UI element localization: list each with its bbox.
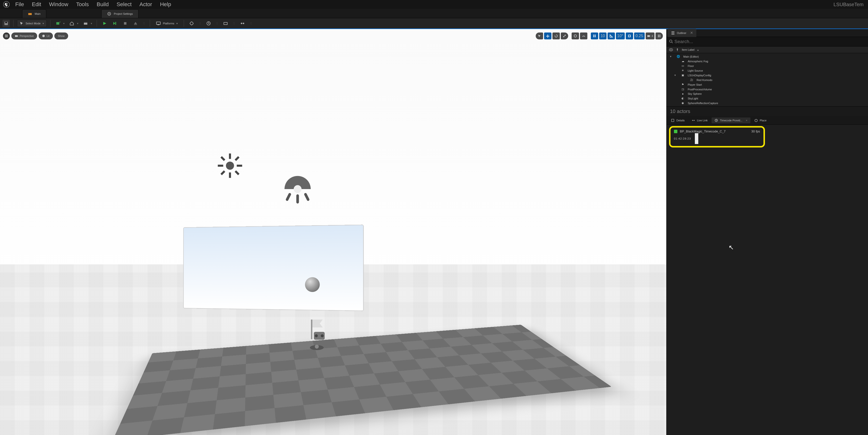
svg-line-28 [221, 171, 224, 175]
trace-button[interactable] [187, 20, 196, 27]
svg-point-47 [574, 35, 577, 37]
svg-rect-51 [595, 36, 596, 37]
search-icon [669, 39, 674, 44]
coord-space-button[interactable] [571, 32, 579, 39]
svg-rect-49 [595, 35, 596, 36]
player-start-gizmo[interactable] [307, 317, 332, 352]
viewport-perspective-button[interactable]: Perspective [11, 32, 37, 39]
viewport-options-button[interactable] [3, 32, 10, 39]
viewport-maximize-button[interactable] [655, 32, 663, 39]
tree-row[interactable]: ◉SphereReflectionCapture [666, 101, 868, 105]
eject-button[interactable] [131, 20, 140, 27]
scale-snap-value[interactable]: 0.25 [634, 32, 645, 39]
tab-label: Main [35, 12, 40, 15]
outliner-search-input[interactable] [674, 38, 866, 45]
workspace: Perspective Lit Show 10 10° 0.25 4 [0, 29, 868, 435]
skylight-gizmo[interactable] [278, 169, 317, 209]
platforms-button[interactable]: Platforms ▾ [153, 20, 180, 27]
menu-help[interactable]: Help [156, 0, 175, 9]
cinematics-button[interactable] [82, 20, 90, 27]
menu-build[interactable]: Build [93, 0, 112, 9]
menu-window[interactable]: Window [45, 0, 71, 9]
tab-details[interactable]: Details [668, 117, 688, 123]
menu-actor[interactable]: Actor [136, 0, 155, 9]
tree-row[interactable]: ◐SkyLight [666, 96, 868, 101]
svg-point-38 [315, 345, 319, 349]
tree-row[interactable]: ☁Atmospheric Fog [666, 59, 868, 63]
options-icon[interactable]: ⋮ [232, 22, 236, 25]
play-button[interactable] [100, 20, 109, 27]
angle-snap-toggle[interactable] [608, 32, 615, 39]
livelink-tool-button[interactable] [238, 20, 247, 27]
scale-snap-toggle[interactable] [626, 32, 633, 39]
surface-snap-button[interactable] [580, 32, 587, 39]
outliner-column-header[interactable]: Item Label ▴ [666, 47, 868, 53]
tree-row[interactable]: ⚑Player Start [666, 82, 868, 87]
transform-select-button[interactable] [536, 32, 543, 39]
tree-row[interactable]: ●Sky Sphere [666, 92, 868, 96]
svg-line-62 [672, 42, 673, 43]
transform-rotate-button[interactable] [552, 32, 560, 39]
tree-row[interactable]: 🎥Red Komodo [666, 78, 868, 82]
viewport-lit-button[interactable]: Lit [39, 32, 53, 39]
reflection-sphere[interactable] [305, 277, 320, 292]
transform-scale-button[interactable] [561, 32, 568, 39]
add-content-button[interactable]: + [54, 20, 62, 27]
light-source-gizmo[interactable] [216, 152, 244, 179]
reflect-icon: ◉ [680, 102, 685, 105]
tab-project-settings[interactable]: Project Settings [101, 9, 138, 18]
main-toolbar: Select Mode ▾ + ▾ ▾ ▾ ⋮ Platforms ▾ ⋮ ⋮ … [0, 18, 868, 29]
level-viewport[interactable]: Perspective Lit Show 10 10° 0.25 4 [0, 29, 666, 435]
chevron-down-icon[interactable]: ▾ [76, 22, 80, 25]
led-wall-mesh[interactable] [183, 225, 364, 311]
virtualprod-button[interactable] [221, 20, 230, 27]
close-icon[interactable]: × [746, 119, 747, 122]
tree-row[interactable]: ◳PostProcessVolume [666, 87, 868, 92]
tab-outliner[interactable]: Outliner × [668, 29, 696, 37]
menu-select[interactable]: Select [113, 0, 135, 9]
skip-button[interactable] [111, 20, 119, 27]
menu-file[interactable]: File [12, 0, 27, 9]
expander-icon[interactable]: ▾ [675, 74, 678, 77]
grid-snap-value[interactable]: 10 [599, 32, 607, 39]
options-icon[interactable]: ⋮ [249, 22, 253, 25]
editor-mode-select[interactable]: Select Mode ▾ [17, 20, 47, 27]
svg-point-35 [315, 334, 318, 337]
marketplace-button[interactable] [68, 20, 76, 27]
close-icon[interactable]: × [690, 30, 693, 35]
chevron-down-icon[interactable]: ▾ [90, 22, 93, 25]
viewport-show-button[interactable]: Show [54, 32, 68, 39]
plane-icon: ▭ [680, 64, 685, 67]
sort-asc-icon[interactable]: ▴ [697, 48, 699, 52]
menu-tools[interactable]: Tools [73, 0, 92, 9]
viewport-canvas[interactable] [0, 29, 666, 435]
svg-rect-5 [5, 22, 7, 23]
pin-icon[interactable] [676, 48, 679, 52]
svg-rect-55 [659, 35, 660, 36]
tab-livelink[interactable]: Live Link [689, 117, 711, 123]
tab-place-actors[interactable]: Place [751, 117, 770, 123]
menu-edit[interactable]: Edit [28, 0, 44, 9]
tab-main-level[interactable]: Main [22, 9, 46, 18]
tree-row[interactable]: ▭Floor [666, 63, 868, 68]
tab-timecode-provider[interactable]: Timecode Provid... × [712, 117, 750, 123]
tree-row[interactable]: ☀Light Source [666, 68, 868, 73]
chevron-down-icon[interactable]: ▾ [62, 22, 66, 25]
options-icon[interactable]: ⋮ [198, 22, 203, 25]
options-icon[interactable]: ⋮ [215, 22, 219, 25]
tree-row[interactable]: ▾▣LSUnDisplayConfig [666, 73, 868, 78]
eye-icon[interactable] [669, 48, 673, 51]
unreal-logo-icon[interactable] [2, 0, 11, 9]
angle-snap-value[interactable]: 10° [616, 32, 625, 39]
expander-icon[interactable]: ▾ [670, 55, 674, 58]
sequencer-button[interactable] [205, 20, 213, 27]
svg-line-25 [221, 157, 224, 160]
tree-row-world[interactable]: ▾ 🌐 Main (Editor) [666, 54, 868, 59]
transform-translate-button[interactable] [544, 32, 552, 39]
stop-button[interactable] [121, 20, 129, 27]
save-button[interactable] [2, 20, 10, 27]
grid-snap-toggle[interactable] [591, 32, 598, 39]
camera-speed-button[interactable]: 4 [646, 32, 654, 39]
camera-icon: 🎥 [689, 78, 694, 82]
play-options-icon[interactable]: ⋮ [142, 22, 146, 25]
